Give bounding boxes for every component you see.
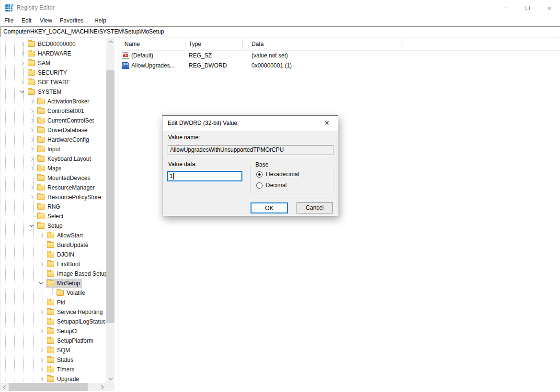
chevron-collapsed-icon[interactable] [39, 348, 43, 352]
radio-option-decimal[interactable]: Decimal [256, 182, 286, 189]
chevron-collapsed-icon[interactable] [39, 329, 43, 333]
registry-value-row[interactable]: 011110AllowUpgrades...REG_DWORD0x0000000… [119, 61, 560, 71]
tree-item-rng[interactable]: RNG [0, 202, 106, 212]
column-header-type[interactable]: Type [189, 38, 201, 51]
chevron-collapsed-icon[interactable] [30, 186, 34, 190]
tree-item-status[interactable]: Status [0, 355, 106, 365]
menu-item-favorites[interactable]: Favorites [56, 15, 91, 26]
panel-splitter[interactable] [118, 38, 118, 392]
tree-item-system[interactable]: SYSTEM [0, 87, 106, 97]
scroll-left-arrow-icon[interactable] [0, 383, 9, 391]
menu-item-file[interactable]: File [0, 15, 18, 26]
chevron-collapsed-icon[interactable] [30, 167, 34, 170]
radio-selected-icon[interactable] [256, 171, 263, 178]
chevron-collapsed-icon[interactable] [30, 138, 34, 142]
cancel-button[interactable]: Cancel [297, 202, 333, 213]
tree-item-buildupdate[interactable]: BuildUpdate [0, 240, 106, 250]
ok-button[interactable]: OK [251, 202, 288, 213]
column-separator[interactable] [402, 39, 402, 49]
chevron-collapsed-icon[interactable] [30, 119, 34, 123]
tree-item-hardwareconfig[interactable]: HardwareConfig [0, 135, 106, 145]
value-name-field[interactable]: AllowUpgradesWithUnsupportedTPMOrCPU [168, 145, 333, 155]
tree-item-resourcemanager[interactable]: ResourceManager [0, 183, 106, 192]
chevron-collapsed-icon[interactable] [20, 52, 24, 56]
tree-vertical-scrollbar[interactable] [106, 38, 114, 383]
chevron-collapsed-icon[interactable] [39, 368, 43, 371]
chevron-collapsed-icon[interactable] [30, 109, 34, 113]
chevron-expanded-icon[interactable] [20, 89, 24, 93]
menu-item-help[interactable]: Help [91, 15, 110, 26]
chevron-collapsed-icon[interactable] [39, 234, 43, 237]
dialog-title-bar[interactable]: Edit DWORD (32-bit) Value × [162, 116, 338, 131]
tree-item-setup[interactable]: Setup [0, 221, 106, 231]
column-header-name[interactable]: Name [125, 38, 140, 51]
column-separator[interactable] [242, 39, 243, 49]
tree-item-input[interactable]: Input [0, 145, 106, 154]
chevron-collapsed-icon[interactable] [30, 147, 34, 151]
radio-unselected-icon[interactable] [256, 182, 263, 189]
tree-item-upgrade[interactable]: Upgrade [0, 374, 106, 384]
chevron-collapsed-icon[interactable] [39, 377, 43, 381]
close-button[interactable]: × [538, 0, 560, 15]
tree-item-setupapilogstatus[interactable]: SetupapiLogStatus [0, 317, 106, 326]
tree-item-sqm[interactable]: SQM [0, 346, 106, 355]
chevron-collapsed-icon[interactable] [30, 100, 34, 103]
chevron-collapsed-icon[interactable] [30, 195, 34, 199]
radio-option-hexadecimal[interactable]: Hexadecimal [256, 171, 299, 178]
chevron-collapsed-icon[interactable] [20, 61, 24, 65]
tree-item-timers[interactable]: Timers [0, 365, 106, 374]
tree-item-pid[interactable]: Pid [0, 298, 106, 307]
tree-item-software[interactable]: SOFTWARE [0, 78, 106, 87]
chevron-collapsed-icon[interactable] [20, 42, 24, 46]
chevron-collapsed-icon[interactable] [39, 358, 43, 362]
tree-item-image-based-setup[interactable]: Image Based Setup [0, 269, 106, 279]
value-name-cell[interactable]: AllowUpgrades... [131, 61, 175, 71]
tree-item-mounteddevices[interactable]: MountedDevices [0, 173, 106, 183]
tree-item-driverdatabase[interactable]: DriverDatabase [0, 125, 106, 135]
horizontal-scrollbar-thumb[interactable] [9, 383, 88, 391]
tree-item-security[interactable]: SECURITY [0, 68, 106, 78]
dialog-close-button[interactable]: × [316, 116, 338, 130]
menu-item-view[interactable]: View [36, 15, 56, 26]
tree-item-setupcl[interactable]: SetupCl [0, 326, 106, 336]
address-bar-input[interactable]: Computer\HKEY_LOCAL_MACHINE\SYSTEM\Setup… [0, 26, 560, 37]
tree-item-bcd00000000[interactable]: BCD00000000 [0, 39, 106, 49]
chevron-collapsed-icon[interactable] [30, 157, 34, 161]
value-data-input[interactable]: 1 [167, 171, 242, 181]
maximize-button[interactable] [516, 0, 538, 15]
menu-item-edit[interactable]: Edit [18, 15, 36, 26]
scroll-down-arrow-icon[interactable] [106, 375, 114, 383]
tree-item-select[interactable]: Select [0, 212, 106, 221]
tree-item-sam[interactable]: SAM [0, 58, 106, 68]
minimize-button[interactable] [494, 0, 516, 15]
chevron-collapsed-icon[interactable] [39, 262, 43, 266]
chevron-collapsed-icon[interactable] [20, 80, 24, 84]
scroll-right-arrow-icon[interactable] [98, 383, 106, 391]
column-separator[interactable] [185, 39, 185, 49]
column-header-data[interactable]: Data [251, 38, 263, 51]
tree-item-maps[interactable]: Maps [0, 164, 106, 173]
tree-item-resourcepolicystore[interactable]: ResourcePolicyStore [0, 192, 106, 202]
scroll-up-arrow-icon[interactable] [106, 38, 114, 46]
tree-item-activationbroker[interactable]: ActivationBroker [0, 97, 106, 106]
chevron-collapsed-icon[interactable] [30, 128, 34, 132]
tree-item-setupplatform[interactable]: SetupPlatform [0, 336, 106, 346]
tree-item-hardware[interactable]: HARDWARE [0, 49, 106, 58]
tree-item-mosetup[interactable]: MoSetup [0, 279, 106, 288]
chevron-expanded-icon[interactable] [39, 280, 43, 284]
folder-icon [47, 338, 54, 344]
registry-value-row[interactable]: ab(Default)REG_SZ(value not set) [119, 51, 560, 61]
chevron-expanded-icon[interactable] [30, 223, 34, 227]
tree-item-controlset001[interactable]: ControlSet001 [0, 106, 106, 116]
vertical-scrollbar-thumb[interactable] [106, 70, 114, 323]
tree-item-currentcontrolset[interactable]: CurrentControlSet [0, 116, 106, 125]
chevron-collapsed-icon[interactable] [39, 310, 43, 314]
tree-item-djoin[interactable]: DJOIN [0, 250, 106, 259]
value-name-cell[interactable]: (Default) [131, 51, 153, 61]
tree-item-volatile[interactable]: Volatile [0, 288, 106, 298]
tree-item-service-reporting[interactable]: Service Reporting [0, 307, 106, 317]
tree-item-firstboot[interactable]: FirstBoot [0, 259, 106, 269]
tree-item-keyboard-layout[interactable]: Keyboard Layout [0, 154, 106, 164]
tree-item-allowstart[interactable]: AllowStart [0, 231, 106, 240]
tree-horizontal-scrollbar[interactable] [0, 383, 114, 391]
